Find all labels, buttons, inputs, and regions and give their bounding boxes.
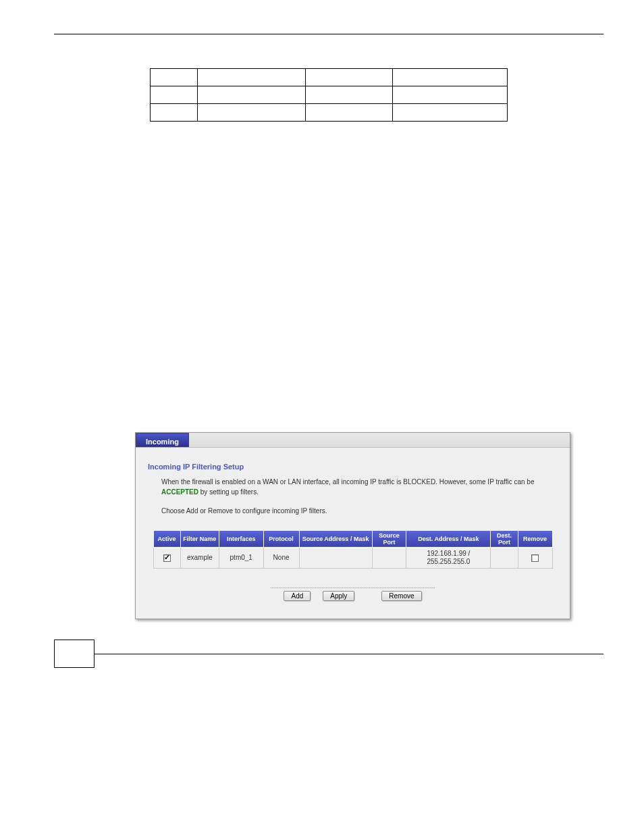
tab-bar: Incoming: [136, 433, 570, 448]
table-row: [151, 86, 508, 104]
cell-dst-port: [491, 548, 518, 569]
th-src-addr: Source Address / Mask: [299, 530, 372, 548]
th-dst-port: Dest. Port: [491, 530, 518, 548]
panel: Incoming IP Filtering Setup When the fir…: [136, 448, 570, 619]
description: When the firewall is enabled on a WAN or…: [161, 477, 560, 517]
add-button[interactable]: Add: [284, 591, 311, 601]
cell-dst-addr: 192.168.1.99 / 255.255.255.0: [406, 548, 491, 569]
table-row: example ptm0_1 None 192.168.1.99 / 255.2…: [153, 548, 552, 569]
table-row: [151, 104, 508, 122]
cell-src-addr: [299, 548, 372, 569]
cell-remove: [518, 548, 552, 569]
tab-incoming[interactable]: Incoming: [136, 433, 189, 447]
filter-table: Active Filter Name Interfaces Protocol S…: [153, 530, 553, 569]
cell-protocol: None: [263, 548, 299, 569]
button-row: Add Apply Remove: [145, 591, 560, 601]
remove-button[interactable]: Remove: [381, 591, 421, 601]
page-top-rule: [54, 34, 603, 34]
th-protocol: Protocol: [263, 530, 299, 548]
th-active: Active: [153, 530, 180, 548]
parameter-placeholder-table: [150, 68, 508, 122]
incoming-filter-screenshot: Incoming Incoming IP Filtering Setup Whe…: [135, 432, 570, 619]
th-remove: Remove: [518, 530, 552, 548]
th-interfaces: Interfaces: [219, 530, 263, 548]
active-checkbox[interactable]: [163, 554, 171, 562]
cell-interfaces: ptm0_1: [219, 548, 263, 569]
cell-filter-name: example: [180, 548, 219, 569]
button-separator: [271, 588, 435, 588]
apply-button[interactable]: Apply: [323, 591, 354, 601]
page-number-box: [54, 640, 95, 668]
cell-src-port: [372, 548, 406, 569]
desc-text-1a: When the firewall is enabled on a WAN or…: [161, 478, 534, 486]
table-row: [151, 69, 508, 86]
desc-text-2: Choose Add or Remove to configure incomi…: [161, 506, 560, 517]
section-title: Incoming IP Filtering Setup: [148, 463, 560, 471]
th-filter-name: Filter Name: [180, 530, 219, 548]
th-src-port: Source Port: [372, 530, 406, 548]
table-header-row: Active Filter Name Interfaces Protocol S…: [153, 530, 552, 548]
page-bottom-rule: [95, 654, 603, 654]
desc-text-1b: by setting up filters.: [198, 488, 259, 496]
cell-active: [153, 548, 180, 569]
th-dst-addr: Dest. Address / Mask: [406, 530, 491, 548]
remove-checkbox[interactable]: [531, 554, 539, 562]
accepted-word: ACCEPTED: [161, 488, 198, 496]
